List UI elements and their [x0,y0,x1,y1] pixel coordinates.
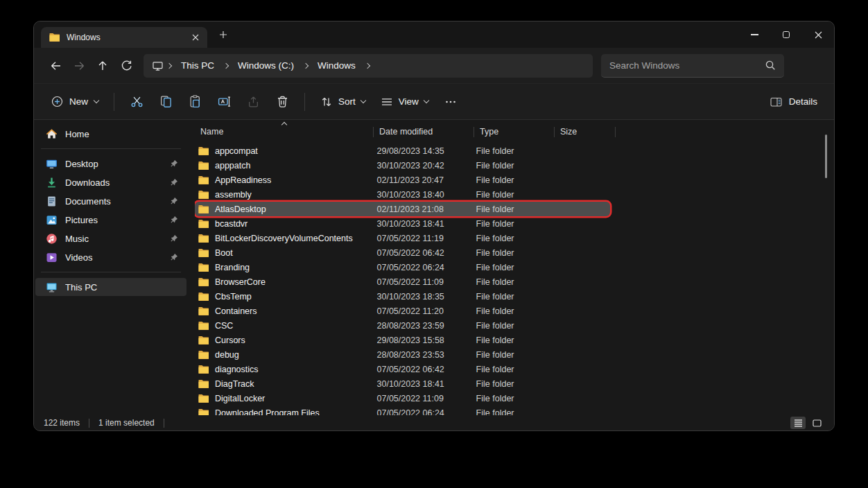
details-view-toggle[interactable] [790,417,806,429]
file-row[interactable]: debug 28/08/2023 23:53 File folder [195,347,610,362]
file-type: File folder [471,365,550,374]
sidebar-item-downloads[interactable]: Downloads [35,173,186,191]
pictures-icon [46,214,58,226]
file-name: apppatch [215,161,250,171]
chevron-right-icon [365,62,370,68]
videos-icon [46,252,58,263]
breadcrumb-windows[interactable]: Windows [311,60,362,71]
file-row[interactable]: Boot 07/05/2022 06:42 File folder [195,245,610,260]
sidebar-item-videos[interactable]: Videos [35,248,186,266]
file-name: Boot [215,248,233,258]
file-name: appcompat [215,146,258,156]
file-row[interactable]: diagnostics 07/05/2022 06:42 File folder [195,362,610,376]
sidebar-item-desktop[interactable]: Desktop [35,155,186,173]
breadcrumb[interactable]: This PC Windows (C:) Windows [144,54,593,78]
file-type: File folder [471,350,550,360]
view-button[interactable]: View [373,91,436,113]
pin-icon [170,159,178,168]
file-row[interactable]: BrowserCore 07/05/2022 11:09 File folder [195,274,610,289]
file-row[interactable]: AtlasDesktop 02/11/2023 21:08 File folde… [195,202,610,216]
breadcrumb-windows-c[interactable]: Windows (C:) [232,60,300,71]
sidebar-item-music[interactable]: Music [35,229,186,247]
file-row[interactable]: DiagTrack 30/10/2023 18:41 File folder [195,376,610,391]
minimize-button[interactable] [738,21,770,48]
cut-button[interactable] [122,89,151,114]
chevron-right-icon [166,62,172,68]
chevron-right-icon [223,62,229,68]
new-button[interactable]: New [44,91,106,112]
this-pc-icon [152,60,164,71]
delete-button[interactable] [268,89,297,114]
file-row[interactable]: DigitalLocker 07/05/2022 11:09 File fold… [195,391,610,406]
chevron-right-icon [303,62,309,68]
maximize-icon [783,31,790,38]
file-name: assembly [215,190,252,200]
details-pane-button[interactable]: Details [763,91,824,113]
view-icon [381,96,393,108]
close-button[interactable] [802,21,834,48]
column-header-size[interactable]: Size [555,127,616,137]
pin-icon [170,178,178,186]
chevron-down-icon [424,98,429,103]
back-icon [50,60,62,71]
more-options-button[interactable] [436,89,465,114]
file-date-modified: 30/10/2023 18:41 [372,219,471,229]
file-date-modified: 07/05/2022 11:09 [372,277,471,287]
file-type: File folder [471,394,550,403]
chevron-down-icon [361,98,366,103]
file-name: Cursors [215,336,245,345]
up-button[interactable] [91,54,114,78]
desktop-icon [46,158,58,170]
thumbnail-view-toggle[interactable] [809,417,824,429]
file-row[interactable]: apppatch 30/10/2023 20:42 File folder [195,158,610,173]
copy-button[interactable] [151,89,180,114]
file-type: File folder [471,306,550,316]
forward-button[interactable] [67,54,91,78]
sort-button[interactable]: Sort [313,91,373,113]
rename-button[interactable] [209,89,238,114]
file-type: File folder [471,263,550,272]
search-input[interactable] [609,60,765,71]
rename-icon [218,95,231,108]
folder-icon [198,321,209,331]
column-header-type[interactable]: Type [474,127,555,137]
new-tab-button[interactable] [214,26,232,44]
documents-icon [46,195,58,207]
file-row[interactable]: Downloaded Program Files 07/05/2022 06:2… [195,406,610,415]
file-type: File folder [471,292,550,302]
file-row[interactable]: appcompat 29/08/2023 14:35 File folder [195,143,610,158]
refresh-button[interactable] [114,54,138,78]
search-icon[interactable] [765,60,776,71]
paste-button[interactable] [180,89,209,114]
file-row[interactable]: Branding 07/05/2022 06:24 File folder [195,260,610,274]
file-name: CSC [215,321,233,331]
file-row[interactable]: Containers 07/05/2022 11:20 File folder [195,304,610,318]
breadcrumb-this-pc[interactable]: This PC [175,60,220,71]
sidebar-item-documents[interactable]: Documents [35,192,186,210]
tab-close-icon[interactable] [189,31,202,44]
share-button[interactable] [238,89,268,114]
file-row[interactable]: Cursors 29/08/2023 15:58 File folder [195,333,610,347]
details-view-icon [794,419,803,427]
sidebar-item-home[interactable]: Home [35,125,186,143]
back-button[interactable] [44,54,67,78]
file-row[interactable]: assembly 30/10/2023 18:40 File folder [195,187,610,202]
sort-label: Sort [338,96,356,107]
sidebar-item-this-pc[interactable]: This PC [35,278,186,296]
vertical-scrollbar[interactable] [825,134,827,178]
file-date-modified: 07/05/2022 06:42 [372,248,471,258]
file-rows: appcompat 29/08/2023 14:35 File folder a… [195,143,834,415]
music-icon [46,233,58,245]
file-row[interactable]: bcastdvr 30/10/2023 18:41 File folder [195,216,610,231]
column-header-name[interactable]: Name [195,127,374,137]
folder-icon [198,277,209,287]
file-row[interactable]: BitLockerDiscoveryVolumeContents 07/05/2… [195,231,610,245]
file-row[interactable]: AppReadiness 02/11/2023 20:47 File folde… [195,173,610,187]
folder-icon [198,204,209,214]
sidebar-item-pictures[interactable]: Pictures [35,211,186,229]
tab-windows[interactable]: Windows [41,27,207,48]
column-header-date-modified[interactable]: Date modified [374,127,474,137]
file-row[interactable]: CSC 28/08/2023 23:59 File folder [195,318,610,333]
maximize-button[interactable] [770,21,802,48]
file-row[interactable]: CbsTemp 30/10/2023 18:35 File folder [195,289,610,304]
